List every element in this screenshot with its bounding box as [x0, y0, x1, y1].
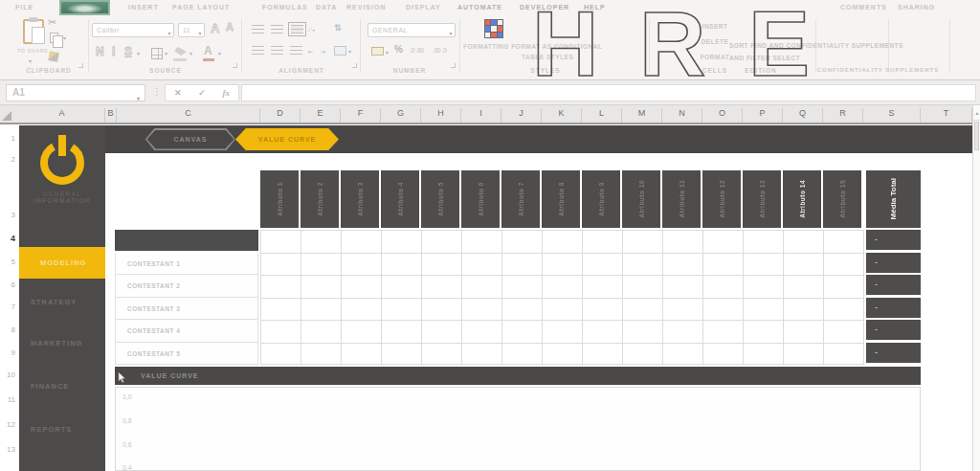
contestants-header-cell[interactable]	[115, 230, 258, 251]
align-left-icon[interactable]	[252, 46, 264, 55]
media-total-cell[interactable]: -	[866, 343, 921, 363]
contestant-row-2[interactable]: CONTESTANT 2	[115, 275, 258, 298]
sidebar-item-reports[interactable]: REPORTS	[19, 425, 105, 434]
align-right-icon[interactable]	[290, 46, 302, 55]
row-header-4[interactable]: 4	[0, 234, 15, 243]
column-header-a[interactable]: A	[19, 108, 105, 123]
increase-indent-icon[interactable]: ⇥	[321, 48, 325, 55]
fill-color-icon[interactable]	[174, 47, 187, 56]
row-header-9[interactable]: 9	[0, 348, 15, 357]
sort-icon[interactable]: ⇅	[334, 23, 342, 33]
media-total-cell[interactable]: -	[866, 298, 921, 318]
increase-decimal-icon[interactable]: .0 .00	[410, 47, 424, 54]
merge-dropdown-icon[interactable]: ▾	[348, 48, 351, 55]
column-header-t[interactable]: T	[921, 108, 972, 123]
column-header-l[interactable]: L	[582, 108, 622, 123]
column-header-d[interactable]: D	[260, 108, 301, 123]
conditional-formatting-icon[interactable]	[484, 19, 503, 38]
contestant-row-3[interactable]: CONTESTANT 3	[115, 298, 258, 321]
tab-page-layout[interactable]: PAGE LAYOUT	[172, 4, 230, 11]
value-curve-chart[interactable]: 1,0 0,8 0,6 0,4	[115, 387, 921, 471]
formula-bar-grip[interactable]: ⋮	[152, 86, 162, 97]
font-name-select[interactable]: Calibri▾	[92, 23, 174, 37]
underline-button[interactable]: S	[124, 45, 132, 58]
column-header-o[interactable]: O	[702, 108, 743, 123]
tab-help[interactable]: HELP	[584, 4, 606, 11]
insert-function-icon[interactable]: fx	[223, 88, 231, 98]
font-color-dropdown-icon[interactable]: ▾	[218, 50, 221, 56]
cut-icon[interactable]: ✂	[48, 16, 56, 29]
column-header-g[interactable]: G	[381, 108, 421, 123]
tab-file[interactable]: FILE	[15, 4, 33, 11]
row-header-8[interactable]: 8	[0, 325, 15, 334]
column-header-j[interactable]: J	[501, 108, 542, 123]
sidebar-item-finance[interactable]: FINANCE	[19, 382, 105, 391]
sidebar-item-modeling[interactable]: MODELING	[19, 247, 105, 279]
column-header-f[interactable]: F	[341, 108, 381, 123]
column-header-b[interactable]: B	[105, 108, 117, 123]
formula-input[interactable]	[241, 84, 976, 101]
sidebar-item-marketing[interactable]: MARKETING	[19, 339, 105, 348]
contestant-row-5[interactable]: CONTESTANT 5	[115, 343, 258, 366]
column-header-e[interactable]: E	[301, 108, 341, 123]
tab-comments[interactable]: COMMENTS	[840, 4, 887, 11]
row-header-2[interactable]: 2	[0, 155, 15, 164]
font-color-icon[interactable]: A	[204, 44, 212, 57]
bold-button[interactable]: N	[96, 45, 104, 58]
cancel-icon[interactable]: ✕	[174, 88, 182, 98]
number-format-select[interactable]: GENERAL▾	[368, 23, 456, 37]
align-top-icon[interactable]	[252, 25, 264, 34]
insert-cells-button[interactable]: INSERT	[681, 23, 748, 30]
row-header-7[interactable]: 7	[0, 303, 15, 311]
number-dialog-launcher-icon[interactable]	[451, 63, 456, 68]
accounting-format-icon[interactable]	[371, 47, 384, 56]
contestant-row-4[interactable]: CONTESTANT 4	[115, 320, 258, 343]
row-header-11[interactable]: 11	[0, 395, 15, 404]
font-size-select[interactable]: 11▾	[178, 23, 205, 37]
media-total-cell[interactable]: -	[866, 253, 921, 273]
tab-canvas[interactable]: CANVAS	[145, 128, 235, 150]
font-dialog-launcher-icon[interactable]	[233, 63, 237, 68]
column-header-n[interactable]: N	[662, 108, 702, 123]
row-header-6[interactable]: 6	[0, 280, 15, 289]
vertical-scrollbar[interactable]: ▲	[972, 105, 980, 471]
tab-data[interactable]: DATA	[316, 4, 337, 11]
clipboard-dialog-launcher-icon[interactable]	[78, 63, 83, 68]
shrink-font-icon[interactable]: A	[226, 21, 234, 33]
decrease-indent-icon[interactable]: ⇤	[308, 48, 313, 55]
alignment-dialog-launcher-icon[interactable]	[352, 63, 357, 68]
sidebar-item-information[interactable]: GENERAL INFORMATION	[19, 191, 105, 204]
italic-button[interactable]: I	[112, 45, 115, 58]
select-all-corner[interactable]	[2, 111, 11, 121]
enter-icon[interactable]: ✓	[198, 88, 206, 98]
column-header-i[interactable]: I	[461, 108, 501, 123]
tab-automate[interactable]: AUTOMATE	[457, 4, 502, 11]
tab-sharing[interactable]: SHARING	[898, 4, 935, 11]
accounting-dropdown-icon[interactable]: ▾	[386, 49, 389, 56]
grow-font-icon[interactable]: A	[211, 21, 219, 35]
contestant-row-1[interactable]: CONTESTANT 1	[115, 253, 258, 276]
column-header-m[interactable]: M	[622, 108, 662, 123]
column-header-s[interactable]: S	[863, 108, 921, 123]
row-header-3[interactable]: 3	[0, 211, 15, 219]
media-total-cell[interactable]: -	[866, 275, 921, 295]
merge-center-icon[interactable]	[334, 46, 346, 56]
sidebar-item-strategy[interactable]: STRATEGY	[19, 298, 105, 306]
column-header-h[interactable]: H	[421, 108, 461, 123]
borders-icon[interactable]	[151, 48, 163, 59]
percent-style-icon[interactable]: %	[394, 44, 403, 55]
tab-insert[interactable]: INSERT	[128, 4, 159, 11]
name-box[interactable]: A1 ▾	[6, 84, 145, 101]
tab-revision[interactable]: REVISION	[346, 4, 386, 11]
align-center-icon[interactable]	[271, 46, 283, 55]
orientation-icon[interactable]: ⟋▾	[308, 27, 315, 34]
tab-formulas[interactable]: FORMULAS	[262, 4, 308, 11]
row-header-13[interactable]: 13	[0, 445, 15, 454]
tab-display[interactable]: DISPLAY	[406, 4, 441, 11]
attribute-data-grid[interactable]	[260, 230, 864, 365]
scroll-up-icon[interactable]: ▲	[973, 105, 980, 121]
column-header-c[interactable]: C	[117, 108, 260, 123]
column-header-r[interactable]: R	[823, 108, 863, 123]
paste-dropdown-icon[interactable]: ▾	[29, 57, 32, 64]
row-header-12[interactable]: 12	[0, 420, 15, 429]
